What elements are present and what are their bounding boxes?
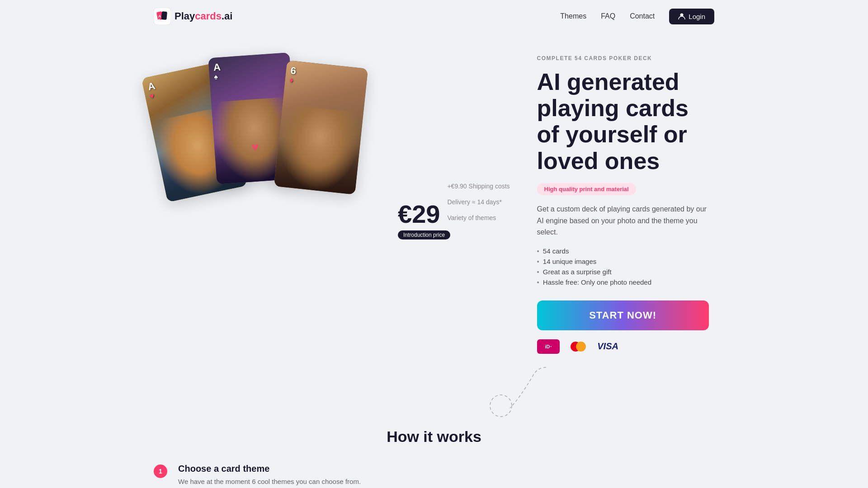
ideal-payment-icon: iD • xyxy=(537,339,560,354)
svg-text:♥: ♥ xyxy=(158,18,160,21)
price-section: €29 +€9.90 Shipping costs Delivery ≈ 14 … xyxy=(398,177,510,239)
visa-payment-icon: VISA xyxy=(597,339,619,354)
user-icon xyxy=(678,13,685,20)
hero-description: Get a custom deck of playing cards gener… xyxy=(537,203,714,238)
logo[interactable]: A ♥ Playcards.ai xyxy=(154,8,232,25)
quality-badge: High quality print and material xyxy=(537,183,636,195)
step-1-title: Choose a card theme xyxy=(178,464,486,474)
hero-section: A ♥ A ♠ ♥ 6 ♦ €29 xyxy=(0,33,868,419)
hero-content: COMPLETE 54 CARDS POKER DECK AI generate… xyxy=(537,51,714,419)
start-now-button[interactable]: START NOW! xyxy=(537,300,709,330)
svg-point-6 xyxy=(490,395,512,417)
step-1-description: We have at the moment 6 cool themes you … xyxy=(178,478,486,485)
feature-4: Hassle free: Only one photo needed xyxy=(537,278,714,286)
card-right: 6 ♦ xyxy=(274,60,368,194)
cards-illustration: A ♥ A ♠ ♥ 6 ♦ xyxy=(154,51,371,213)
feature-2: 14 unique images xyxy=(537,258,714,265)
step-1-number: 1 xyxy=(154,465,167,478)
dashed-arrow xyxy=(474,363,714,419)
card-center-rank: A ♠ xyxy=(213,62,222,81)
step-1: 1 Choose a card theme We have at the mom… xyxy=(154,464,714,488)
hero-title: AI generated playing cards of yourself o… xyxy=(537,69,714,174)
header: A ♥ Playcards.ai Themes FAQ Contact Logi… xyxy=(0,0,868,33)
section-title: How it works xyxy=(154,428,714,446)
variety-label: Variety of themes xyxy=(447,209,509,224)
features-list: 54 cards 14 unique images Great as a sur… xyxy=(537,247,714,286)
payment-methods: iD • VISA xyxy=(537,339,714,354)
price-value: €29 xyxy=(398,202,440,227)
feature-3: Great as a surprise gift xyxy=(537,268,714,276)
navigation: Themes FAQ Contact Login xyxy=(560,9,714,24)
logo-text: Playcards.ai xyxy=(175,10,232,22)
mastercard-payment-icon xyxy=(567,339,590,354)
delivery-time: Delivery ≈ 14 days* xyxy=(447,193,509,208)
hero-label: COMPLETE 54 CARDS POKER DECK xyxy=(537,55,714,61)
svg-rect-2 xyxy=(161,11,167,20)
shipping-cost: +€9.90 Shipping costs xyxy=(447,177,509,192)
nav-contact[interactable]: Contact xyxy=(630,12,655,20)
nav-themes[interactable]: Themes xyxy=(560,12,586,20)
feature-1: 54 cards xyxy=(537,247,714,255)
step-1-content: Choose a card theme We have at the momen… xyxy=(178,464,486,488)
logo-icon: A ♥ xyxy=(154,8,171,25)
login-button[interactable]: Login xyxy=(669,9,714,24)
intro-price-badge: Introduction price xyxy=(398,230,450,239)
how-it-works-section: How it works 1 Choose a card theme We ha… xyxy=(0,419,868,488)
nav-faq[interactable]: FAQ xyxy=(601,12,615,20)
